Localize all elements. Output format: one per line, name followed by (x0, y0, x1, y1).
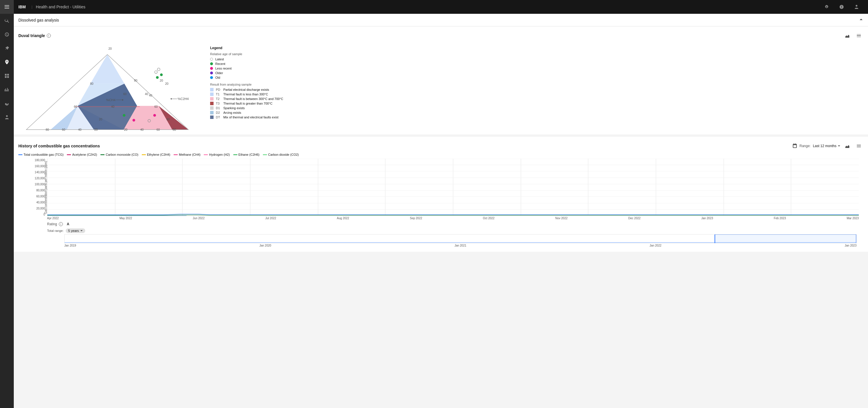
t3-square (210, 102, 214, 105)
svg-text:60: 60 (123, 92, 127, 96)
legend-item-t2: T2 Thermal fault is between 300°C and 70… (210, 97, 859, 100)
duval-chart-type-button[interactable] (843, 31, 852, 40)
legend-item-t3: T3 Thermal fault is greater than 700°C (210, 102, 859, 105)
mini-timeline[interactable] (64, 234, 857, 243)
topnav: IBM | Health and Predict - Utilities (14, 0, 868, 14)
legend-panel: Legend Relative age of sample Latest Rec… (206, 44, 863, 122)
sidebar-item-grid[interactable] (0, 69, 14, 83)
svg-point-57 (157, 68, 160, 71)
range-pill[interactable]: 5 years (66, 228, 85, 233)
sidebar (0, 0, 14, 408)
legend-item-d2: D2 Arcing exists (210, 111, 859, 114)
tcg-color (19, 154, 22, 155)
total-range-label: Total range: (47, 229, 63, 232)
settings-button[interactable] (820, 0, 834, 14)
tcg-label: Total combustible gas (TCG) (24, 153, 63, 156)
legend-item-t1: T1 Thermal fault is less than 300°C (210, 92, 859, 96)
svg-point-62 (123, 114, 125, 117)
history-panel: History of combustible gas concentration… (14, 137, 868, 252)
t2-code: T2 (216, 97, 221, 100)
legend-item-older: Older (210, 71, 859, 75)
svg-point-63 (133, 119, 135, 121)
main-wrapper: IBM | Health and Predict - Utilities Dis… (14, 0, 868, 408)
duval-info-icon[interactable]: i (47, 34, 51, 38)
history-chart-type[interactable] (843, 141, 852, 151)
x-label-may22: May 2022 (119, 216, 132, 220)
sidebar-item-pin[interactable] (0, 41, 14, 55)
sidebar-menu-toggle[interactable] (0, 0, 14, 14)
y-label-80k: 80,000 (29, 189, 45, 192)
d2-square (210, 111, 214, 114)
y-label-60k: 60,000 (29, 195, 45, 198)
y-label-0: 0 (29, 213, 45, 216)
mini-timeline-container: Jan 2019 Jan 2020 Jan 2021 Jan 2022 Jan … (47, 234, 859, 247)
t2-desc: Thermal fault is between 300°C and 700°C (223, 97, 283, 100)
c2h4-label: Ethylene (C2H4) (147, 153, 170, 156)
tl-label-jan23: Jan 2023 (845, 244, 857, 247)
svg-rect-0 (5, 5, 9, 6)
y-label-100k: 100,000 (29, 183, 45, 186)
user-button[interactable] (849, 0, 863, 14)
sidebar-item-location[interactable] (0, 55, 14, 69)
svg-text:40: 40 (149, 94, 152, 97)
sidebar-item-user-group[interactable] (0, 96, 14, 110)
legend-c2h4: Ethylene (C2H4) (142, 153, 170, 156)
c2h6-label: Ethane (C2H6) (239, 153, 259, 156)
svg-text:40: 40 (78, 128, 82, 131)
chart-wrapper: Gas concentration parts per million (ppm… (47, 158, 859, 216)
x-label-sep22: Sep 2022 (410, 216, 422, 220)
svg-rect-2 (5, 8, 9, 9)
sidebar-item-user[interactable] (0, 110, 14, 124)
duval-menu-button[interactable] (854, 31, 863, 40)
range-label: Range: (799, 144, 811, 148)
range-selector[interactable]: Last 12 months (813, 144, 840, 148)
svg-text:40: 40 (141, 128, 144, 131)
section-title: Dissolved gas analysis (19, 18, 59, 22)
t1-code: T1 (216, 92, 221, 96)
t3-desc: Thermal fault is greater than 700°C (223, 102, 272, 105)
history-menu-button[interactable] (854, 141, 863, 151)
pd-code: PD (216, 88, 221, 91)
t1-square (210, 92, 214, 96)
tl-label-jan20: Jan 2020 (259, 244, 271, 247)
svg-point-58 (160, 74, 163, 76)
svg-text:80: 80 (166, 118, 170, 121)
range-pill-value: 5 (68, 229, 70, 232)
rating-info-icon[interactable]: i (59, 222, 63, 226)
x-label-nov22: Nov 2022 (555, 216, 567, 220)
svg-text:%C2H4: %C2H4 (178, 97, 189, 100)
sidebar-item-search[interactable] (0, 14, 14, 28)
svg-text:60: 60 (156, 128, 160, 131)
y-label-180k: 180,000 (29, 158, 45, 162)
svg-text:20: 20 (99, 118, 102, 121)
legend-item-pd: PD Partial electrical discharge exists (210, 88, 859, 91)
legend-tcg: Total combustible gas (TCG) (19, 153, 63, 156)
duval-title: Duval triangle (19, 33, 45, 38)
legend-item-d1: D1 Sparking exists (210, 106, 859, 110)
calendar-icon[interactable] (793, 143, 797, 149)
rating-row: Rating i A (47, 222, 863, 226)
d1-code: D1 (216, 106, 221, 110)
history-chart-svg (47, 158, 859, 216)
old-dot (210, 76, 213, 79)
dt-square (210, 116, 214, 119)
t3-code: T3 (216, 102, 221, 105)
x-label-dec22: Dec 2022 (628, 216, 641, 220)
y-label-160k: 160,000 (29, 165, 45, 168)
co-color (100, 154, 104, 155)
ch4-label: Methane (CH4) (179, 153, 200, 156)
pd-square (210, 88, 214, 91)
sidebar-item-recent[interactable] (0, 28, 14, 41)
help-button[interactable] (835, 0, 848, 14)
svg-rect-88 (715, 234, 857, 243)
svg-rect-1 (5, 7, 9, 7)
collapse-button[interactable] (859, 17, 863, 23)
sidebar-item-analytics[interactable] (0, 83, 14, 96)
legend-c2h2: Acetylene (C2H2) (67, 153, 97, 156)
brand-label: IBM (19, 5, 26, 9)
history-controls: Range: Last 12 months (793, 141, 863, 151)
svg-text:60: 60 (74, 105, 77, 108)
svg-text:%CH4: %CH4 (106, 98, 116, 102)
d1-desc: Sparking exists (223, 106, 245, 110)
latest-dot (210, 58, 213, 61)
